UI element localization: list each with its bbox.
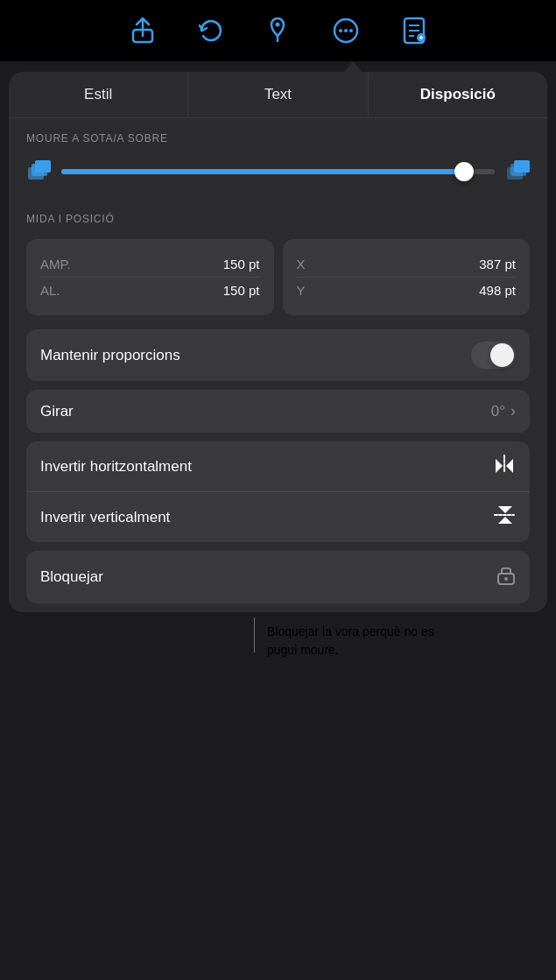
- amp-row[interactable]: AMP. 150 pt: [40, 251, 260, 277]
- panel: Estil Text Disposició MOURE A SOTA/A SOB…: [9, 72, 547, 612]
- al-value: 150 pt: [223, 283, 260, 298]
- tooltip-line: [254, 617, 255, 652]
- panel-arrow: [344, 61, 362, 72]
- girar-row[interactable]: Girar 0° ›: [26, 390, 530, 433]
- bloquejar-label: Bloquejar: [40, 568, 103, 586]
- al-label: AL.: [40, 283, 60, 298]
- position-card: X 387 pt Y 498 pt: [283, 239, 531, 315]
- size-position-grid: AMP. 150 pt AL. 150 pt X 387 pt Y 498 pt: [9, 232, 547, 329]
- layer-slider-container: [26, 159, 530, 185]
- invertir-h-label: Invertir horitzontalment: [40, 458, 192, 476]
- layer-order-input[interactable]: [61, 169, 495, 174]
- girar-right: 0° ›: [491, 402, 516, 420]
- tabs-bar: Estil Text Disposició: [9, 72, 547, 118]
- size-card: AMP. 150 pt AL. 150 pt: [26, 239, 274, 315]
- pin-icon[interactable]: [265, 17, 290, 45]
- mantenir-label: Mantenir proporcions: [40, 347, 180, 364]
- amp-value: 150 pt: [223, 257, 260, 271]
- mantenir-toggle[interactable]: [471, 342, 516, 369]
- more-icon[interactable]: [332, 17, 360, 45]
- layer-order-slider-section: [9, 152, 547, 199]
- tab-estil[interactable]: Estil: [9, 72, 188, 117]
- y-value: 498 pt: [479, 283, 516, 298]
- svg-point-5: [349, 29, 353, 32]
- tab-disposicio[interactable]: Disposició: [369, 72, 547, 117]
- x-value: 387 pt: [479, 257, 516, 271]
- invertir-v-label: Invertir verticalment: [40, 509, 170, 526]
- invertir-card: Invertir horitzontalment Invertir vertic…: [26, 441, 530, 542]
- y-row[interactable]: Y 498 pt: [297, 277, 517, 303]
- doc-icon[interactable]: [402, 17, 426, 45]
- y-label: Y: [297, 283, 306, 298]
- layers-top-icon: [505, 159, 530, 185]
- tooltip-text: Bloquejar la vora perquè no es pugui mou…: [267, 623, 442, 659]
- girar-label: Girar: [40, 403, 74, 420]
- layers-bottom-icon: [26, 159, 51, 185]
- tooltip-connector: Bloquejar la vora perquè no es pugui mou…: [254, 617, 442, 659]
- chevron-right-icon: ›: [510, 402, 516, 420]
- x-label: X: [297, 257, 306, 271]
- invertir-v-row[interactable]: Invertir verticalment: [26, 491, 530, 542]
- top-toolbar: [0, 0, 556, 61]
- svg-point-3: [339, 29, 342, 32]
- flip-horizontal-icon: [493, 454, 516, 479]
- share-icon[interactable]: [130, 17, 155, 45]
- undo-icon[interactable]: [197, 18, 223, 43]
- al-row[interactable]: AL. 150 pt: [40, 277, 260, 303]
- moure-section-label: MOURE A SOTA/A SOBRE: [9, 118, 547, 152]
- flip-vertical-icon: [493, 504, 516, 530]
- tooltip-area: Bloquejar la vora perquè no es pugui mou…: [0, 612, 556, 659]
- lock-icon: [496, 563, 516, 591]
- svg-point-20: [504, 577, 508, 581]
- amp-label: AMP.: [40, 257, 71, 271]
- svg-rect-15: [35, 160, 51, 173]
- tab-text[interactable]: Text: [188, 72, 368, 117]
- svg-point-1: [275, 23, 279, 27]
- invertir-h-row[interactable]: Invertir horitzontalment: [26, 441, 530, 491]
- mida-section-label: MIDA I POSICIÓ: [9, 199, 547, 232]
- x-row[interactable]: X 387 pt: [297, 251, 517, 277]
- svg-point-4: [344, 29, 348, 32]
- mantenir-proporcions-row[interactable]: Mantenir proporcions: [26, 329, 530, 381]
- bloquejar-row[interactable]: Bloquejar: [26, 551, 530, 603]
- girar-value: 0°: [491, 403, 505, 420]
